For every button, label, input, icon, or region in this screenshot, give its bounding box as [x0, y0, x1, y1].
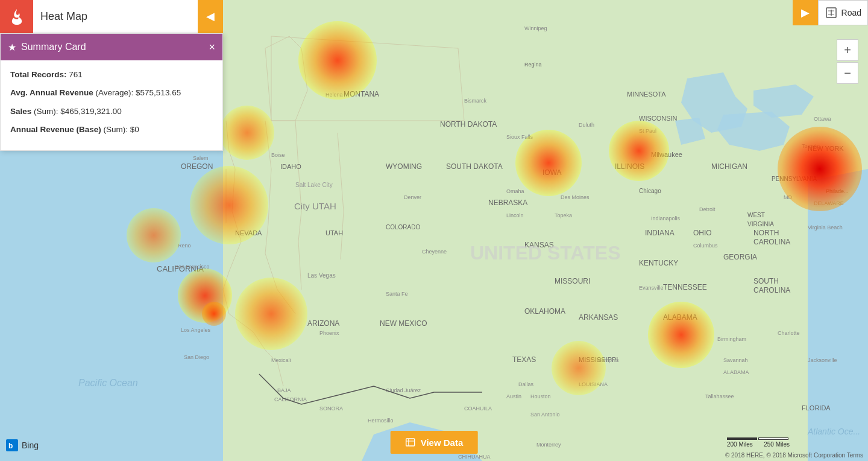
summary-card-title: Summary Card	[21, 42, 209, 52]
sales-label: Sales	[10, 107, 31, 116]
svg-text:MONTANA: MONTANA	[344, 90, 379, 98]
svg-text:SOUTH: SOUTH	[753, 277, 779, 285]
svg-text:ILLINOIS: ILLINOIS	[615, 162, 644, 171]
bing-icon: b	[6, 439, 18, 451]
svg-text:Ottawa: Ottawa	[814, 116, 831, 122]
view-data-button[interactable]: View Data	[391, 431, 478, 454]
svg-text:BAJA: BAJA	[277, 387, 291, 393]
svg-text:NEW MEXICO: NEW MEXICO	[380, 319, 427, 328]
zoom-in-button[interactable]: +	[837, 39, 858, 61]
annual-revenue-row: Annual Revenue (Base) (Sum): $0	[10, 124, 213, 136]
svg-text:OREGON: OREGON	[181, 162, 213, 171]
svg-text:Salt Lake City: Salt Lake City	[295, 182, 333, 188]
svg-text:MINNESOTA: MINNESOTA	[627, 91, 666, 98]
svg-text:DELAWARE: DELAWARE	[814, 200, 844, 206]
svg-text:Mexicali: Mexicali	[271, 357, 291, 363]
svg-text:NORTH: NORTH	[753, 229, 779, 237]
header-left: Heat Map ◀	[0, 0, 223, 33]
svg-text:Helena: Helena	[326, 92, 343, 98]
left-arrow-icon: ◀	[206, 10, 215, 23]
view-data-label: View Data	[421, 437, 464, 448]
road-arrow-button[interactable]: ▶	[793, 0, 818, 25]
avg-revenue-label: Avg. Annual Revenue	[10, 88, 93, 97]
svg-text:WYOMING: WYOMING	[386, 162, 422, 171]
svg-text:ARIZONA: ARIZONA	[307, 319, 339, 328]
svg-text:MD: MD	[784, 194, 792, 200]
star-icon: ★	[8, 42, 16, 53]
copyright: © 2018 HERE, © 2018 Microsoft Corporatio…	[725, 452, 863, 459]
bing-text: Bing	[22, 440, 39, 450]
svg-text:Charlotte: Charlotte	[778, 330, 800, 336]
svg-text:Columbus: Columbus	[693, 243, 718, 249]
svg-text:b: b	[8, 442, 13, 450]
svg-text:Philade...: Philade...	[826, 188, 849, 194]
svg-text:CAROLINA: CAROLINA	[753, 286, 790, 294]
svg-text:St Paul: St Paul	[639, 128, 656, 134]
fire-icon-bg	[0, 0, 33, 33]
total-records-row: Total Records: 761	[10, 69, 213, 81]
svg-text:COLORADO: COLORADO	[386, 224, 420, 230]
heat-map-title: Heat Map	[33, 10, 198, 23]
svg-text:GEORGIA: GEORGIA	[723, 253, 757, 261]
collapse-button[interactable]: ◀	[198, 0, 223, 33]
total-records-label: Total Records:	[10, 70, 67, 79]
svg-text:SOUTH DAKOTA: SOUTH DAKOTA	[446, 162, 503, 171]
svg-text:SONORA: SONORA	[319, 405, 343, 412]
svg-text:Milwaukee: Milwaukee	[651, 151, 682, 158]
svg-text:Phoenix: Phoenix	[319, 330, 339, 336]
svg-text:San Antonio: San Antonio	[530, 412, 560, 418]
svg-text:UTAH: UTAH	[326, 229, 343, 237]
road-button[interactable]: Road	[818, 0, 868, 25]
svg-text:CALIFORNIA: CALIFORNIA	[274, 396, 307, 402]
svg-text:ALABAMA: ALABAMA	[723, 369, 749, 375]
svg-text:Las Vegas: Las Vegas	[307, 272, 336, 279]
svg-text:Cheyenne: Cheyenne	[422, 249, 447, 255]
svg-text:Lincoln: Lincoln	[506, 212, 524, 218]
svg-text:IOWA: IOWA	[542, 168, 562, 177]
view-data-icon	[405, 437, 416, 448]
svg-text:Atlantic Oce...: Atlantic Oce...	[807, 427, 860, 436]
svg-text:Hermosillo: Hermosillo	[368, 418, 394, 424]
zoom-controls: + −	[837, 39, 858, 84]
svg-text:Duluth: Duluth	[579, 122, 594, 128]
svg-text:Pacific Ocean: Pacific Ocean	[78, 378, 138, 388]
svg-text:Sioux Falls: Sioux Falls	[506, 134, 533, 140]
road-label: Road	[841, 8, 861, 17]
scale-bar: 200 Miles 250 Miles	[727, 437, 790, 448]
top-bar: Heat Map ◀	[0, 0, 868, 33]
svg-text:Virginia Beach: Virginia Beach	[808, 224, 843, 230]
svg-text:MICHIGAN: MICHIGAN	[711, 162, 747, 171]
svg-text:NEVADA: NEVADA	[235, 229, 262, 237]
svg-text:OHIO: OHIO	[693, 229, 712, 237]
svg-text:Salem: Salem	[193, 155, 209, 161]
svg-text:Chicago: Chicago	[639, 188, 661, 194]
svg-text:Savannah: Savannah	[723, 357, 748, 363]
svg-text:PENNSYLVANIA: PENNSYLVANIA	[772, 176, 817, 182]
svg-text:Monterrey: Monterrey	[536, 442, 561, 448]
svg-text:LOUISIANA: LOUISIANA	[579, 381, 608, 387]
svg-text:Regina: Regina	[524, 62, 542, 68]
svg-text:TENNESSEE: TENNESSEE	[663, 283, 707, 291]
svg-text:Denver: Denver	[404, 194, 421, 200]
svg-text:MISSOURI: MISSOURI	[555, 277, 590, 285]
zoom-out-button[interactable]: −	[837, 62, 858, 84]
scale-250-label: 250 Miles	[764, 441, 790, 448]
svg-text:Detroit: Detroit	[699, 206, 715, 212]
avg-revenue-row: Avg. Annual Revenue (Average): $575,513.…	[10, 87, 213, 99]
svg-text:Bismarck: Bismarck	[464, 98, 487, 104]
svg-text:OKLAHOMA: OKLAHOMA	[524, 307, 565, 316]
svg-text:Memphis: Memphis	[597, 357, 619, 363]
svg-text:San Diego: San Diego	[184, 354, 209, 360]
svg-text:CAROLINA: CAROLINA	[753, 238, 790, 246]
scale-200-label: 200 Miles	[727, 441, 753, 448]
svg-text:IDAHO: IDAHO	[280, 163, 301, 170]
svg-text:Austin: Austin	[506, 393, 521, 399]
summary-close-button[interactable]: ×	[209, 42, 215, 52]
svg-text:Boise: Boise	[271, 152, 285, 158]
svg-text:San Francisco: San Francisco	[175, 264, 210, 270]
svg-text:Evansville: Evansville	[639, 285, 664, 291]
bing-logo: b Bing	[6, 439, 39, 451]
svg-text:WISCONSIN: WISCONSIN	[639, 115, 678, 122]
road-btn-container: ▶ Road	[793, 0, 868, 25]
svg-text:Indianapolis: Indianapolis	[651, 215, 681, 221]
